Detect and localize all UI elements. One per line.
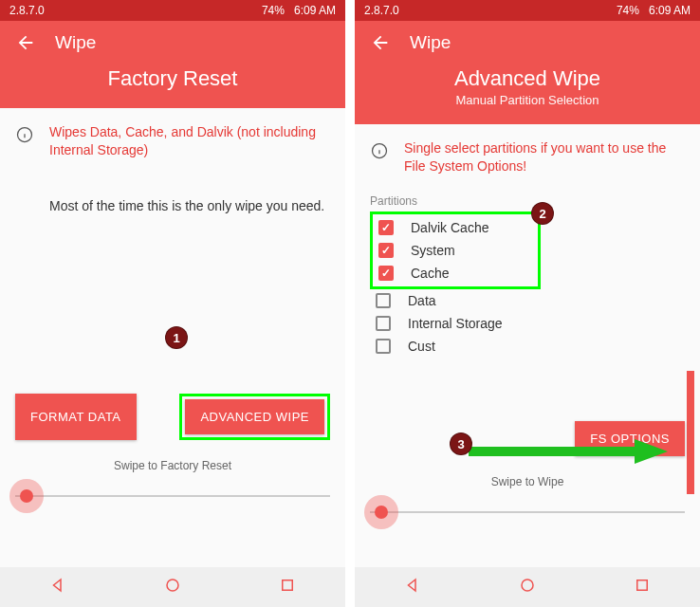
checkbox-cust[interactable] (376, 339, 391, 354)
svg-point-3 (167, 579, 178, 591)
swipe-slider[interactable]: Swipe to Factory Reset (15, 476, 330, 497)
phone-left: 2.8.7.0 74% 6:09 AM Wipe Factory Reset W… (0, 0, 345, 607)
partition-row[interactable]: Internal Storage (370, 312, 685, 335)
partition-label: Internal Storage (408, 316, 503, 331)
annotation-badge-1: 1 (165, 326, 188, 349)
partition-row[interactable]: Dalvik Cache (377, 216, 534, 239)
swipe-handle[interactable] (9, 479, 44, 513)
swipe-label: Swipe to Wipe (370, 475, 685, 488)
svg-point-10 (522, 579, 533, 591)
partition-label: Cache (411, 266, 449, 281)
page-subtitle: Factory Reset (15, 66, 330, 91)
highlight-advanced-wipe: ADVANCED WIPE (179, 394, 330, 440)
version-label: 2.8.7.0 (9, 4, 45, 17)
note-text: Most of the time this is the only wipe y… (49, 197, 330, 216)
statusbar: 2.8.7.0 74% 6:09 AM (355, 0, 700, 21)
annotation-badge-2: 2 (531, 202, 554, 225)
checkbox-dalvik[interactable] (378, 220, 394, 235)
info-text: Single select partitions if you want to … (404, 139, 685, 175)
statusbar: 2.8.7.0 74% 6:09 AM (0, 0, 345, 21)
partition-row[interactable]: Cust (370, 335, 685, 358)
page-subtext: Manual Partition Selection (370, 93, 685, 107)
partition-list-highlight: Dalvik Cache System Cache (370, 212, 541, 289)
time-label: 6:09 AM (649, 4, 691, 17)
info-icon (370, 141, 389, 160)
nav-home-icon[interactable] (164, 577, 181, 598)
version-label: 2.8.7.0 (364, 4, 399, 17)
partition-row[interactable]: Data (370, 289, 685, 312)
page-title: Wipe (410, 32, 451, 53)
arrow-annotation-icon (469, 437, 668, 466)
format-data-button[interactable]: FORMAT DATA (15, 394, 137, 440)
nav-home-icon[interactable] (519, 577, 536, 598)
time-label: 6:09 AM (294, 4, 336, 17)
scroll-indicator[interactable] (687, 371, 694, 494)
partitions-heading: Partitions (370, 194, 685, 208)
navbar (0, 567, 345, 607)
info-text: Wipes Data, Cache, and Dalvik (not inclu… (49, 123, 330, 159)
info-icon (15, 125, 34, 144)
partition-row[interactable]: Cache (377, 262, 534, 285)
partition-label: System (411, 243, 455, 258)
partition-label: Data (408, 293, 436, 308)
nav-back-icon[interactable] (49, 577, 66, 598)
partition-label: Dalvik Cache (411, 220, 488, 235)
nav-recent-icon[interactable] (279, 577, 296, 598)
checkbox-system[interactable] (378, 243, 394, 258)
svg-marker-9 (635, 439, 668, 464)
partition-label: Cust (408, 339, 435, 354)
annotation-badge-3: 3 (450, 432, 472, 455)
checkbox-data[interactable] (376, 293, 391, 308)
advanced-wipe-button[interactable]: ADVANCED WIPE (185, 399, 324, 434)
nav-recent-icon[interactable] (634, 577, 651, 598)
checkbox-internal[interactable] (376, 316, 391, 331)
swipe-slider[interactable]: Swipe to Wipe (370, 492, 685, 513)
header: Wipe Factory Reset (0, 21, 345, 108)
page-subtitle: Advanced Wipe (370, 66, 685, 91)
battery-label: 74% (262, 4, 285, 17)
battery-label: 74% (617, 4, 639, 17)
navbar (355, 567, 700, 607)
swipe-label: Swipe to Factory Reset (15, 459, 330, 472)
partition-row[interactable]: System (377, 239, 534, 262)
checkbox-cache[interactable] (378, 266, 394, 281)
page-title: Wipe (55, 32, 96, 53)
svg-rect-11 (637, 580, 648, 591)
header: Wipe Advanced Wipe Manual Partition Sele… (355, 21, 700, 124)
swipe-handle[interactable] (364, 495, 398, 529)
nav-back-icon[interactable] (404, 577, 421, 598)
svg-rect-4 (283, 580, 293, 591)
phone-right: 2.8.7.0 74% 6:09 AM Wipe Advanced Wipe M… (355, 0, 700, 607)
back-arrow-icon[interactable] (370, 32, 391, 53)
back-arrow-icon[interactable] (15, 32, 36, 53)
